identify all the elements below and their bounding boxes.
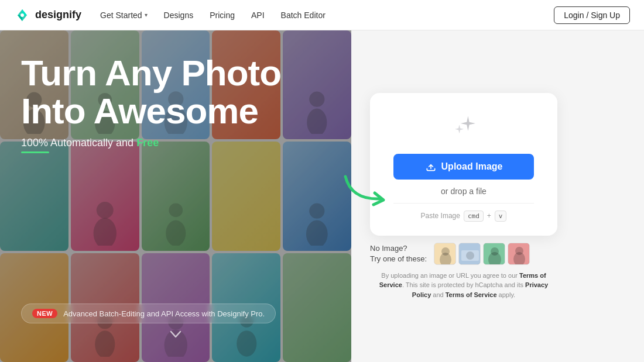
nav-get-started[interactable]: Get Started ▾ (100, 11, 148, 20)
chevron-down-icon: ▾ (145, 12, 148, 18)
nav-api[interactable]: API (251, 11, 265, 20)
nav-designs[interactable]: Designs (164, 11, 194, 20)
svg-point-0 (20, 13, 24, 17)
svg-point-29 (491, 247, 499, 256)
upload-icon (425, 161, 437, 173)
new-badge: NEW (32, 309, 57, 318)
nav-links: Get Started ▾ Designs Pricing API Batch … (100, 11, 326, 20)
svg-point-32 (515, 247, 523, 255)
upload-button-label: Upload Image (441, 161, 503, 172)
terms-of-service-link[interactable]: Terms of Service (379, 272, 546, 289)
paste-cmd-key: cmd (464, 211, 484, 222)
legal-text: By uploading an image or URL you agree t… (370, 271, 557, 300)
nav-pricing[interactable]: Pricing (210, 11, 235, 20)
logo-text: designify (35, 9, 81, 21)
navbar: designify Get Started ▾ Designs Pricing … (0, 0, 644, 30)
terms-of-service-link-2[interactable]: Terms of Service (446, 291, 497, 298)
sample-thumb-2[interactable] (458, 243, 481, 265)
no-image-text: No Image? Try one of these: (370, 243, 427, 264)
paste-plus: + (487, 212, 491, 220)
no-image-row: No Image? Try one of these: (370, 243, 557, 265)
new-badge-text: Advanced Batch-Editing and API Access wi… (63, 309, 265, 318)
sparkles-icon (446, 112, 481, 144)
hero-subtitle: 100% Automatically and Free (21, 137, 330, 149)
paste-label: Paste Image (421, 212, 460, 220)
logo-icon (14, 7, 30, 23)
hero-content: Turn Any Photo Into Awesome 100% Automat… (0, 30, 351, 362)
drop-text: or drop a file (441, 187, 487, 196)
right-panel: Upload Image or drop a file Paste Image … (351, 30, 576, 362)
paste-row: Paste Image cmd + v (393, 203, 534, 222)
paste-v-key: v (495, 211, 507, 222)
sample-thumb-3[interactable] (483, 243, 505, 265)
hero-section: Turn Any Photo Into Awesome 100% Automat… (0, 30, 351, 362)
nav-batch-editor[interactable]: Batch Editor (281, 11, 326, 20)
scroll-down-button[interactable] (21, 330, 330, 339)
logo[interactable]: designify (14, 7, 81, 23)
hero-title: Turn Any Photo Into Awesome (21, 54, 330, 130)
new-badge-container: NEW Advanced Batch-Editing and API Acces… (21, 304, 276, 323)
upload-button[interactable]: Upload Image (393, 154, 534, 180)
sample-thumb-4[interactable] (508, 243, 530, 265)
free-underline (21, 151, 49, 153)
svg-point-23 (441, 247, 450, 256)
sample-thumb-1[interactable] (434, 243, 456, 265)
login-button[interactable]: Login / Sign Up (554, 6, 630, 24)
sample-thumbnails (434, 243, 530, 265)
upload-card: Upload Image or drop a file Paste Image … (370, 93, 557, 236)
svg-point-26 (466, 251, 474, 260)
